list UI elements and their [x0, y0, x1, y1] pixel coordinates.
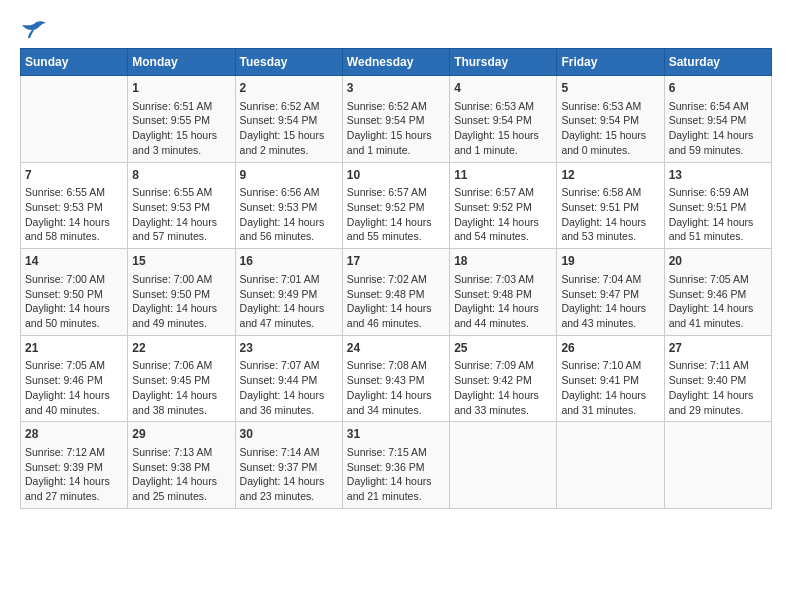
- day-number: 3: [347, 80, 445, 97]
- calendar-cell: [664, 422, 771, 509]
- day-info: Sunrise: 6:52 AMSunset: 9:54 PMDaylight:…: [347, 99, 445, 158]
- day-number: 28: [25, 426, 123, 443]
- day-info: Sunrise: 6:59 AMSunset: 9:51 PMDaylight:…: [669, 185, 767, 244]
- weekday-header-thursday: Thursday: [450, 49, 557, 76]
- day-number: 23: [240, 340, 338, 357]
- weekday-header-wednesday: Wednesday: [342, 49, 449, 76]
- day-info: Sunrise: 7:13 AMSunset: 9:38 PMDaylight:…: [132, 445, 230, 504]
- weekday-header-friday: Friday: [557, 49, 664, 76]
- day-info: Sunrise: 7:08 AMSunset: 9:43 PMDaylight:…: [347, 358, 445, 417]
- day-info: Sunrise: 7:04 AMSunset: 9:47 PMDaylight:…: [561, 272, 659, 331]
- day-info: Sunrise: 6:53 AMSunset: 9:54 PMDaylight:…: [454, 99, 552, 158]
- weekday-row: SundayMondayTuesdayWednesdayThursdayFrid…: [21, 49, 772, 76]
- day-info: Sunrise: 7:10 AMSunset: 9:41 PMDaylight:…: [561, 358, 659, 417]
- day-info: Sunrise: 7:06 AMSunset: 9:45 PMDaylight:…: [132, 358, 230, 417]
- day-info: Sunrise: 7:07 AMSunset: 9:44 PMDaylight:…: [240, 358, 338, 417]
- calendar-cell: 21Sunrise: 7:05 AMSunset: 9:46 PMDayligh…: [21, 335, 128, 422]
- day-number: 29: [132, 426, 230, 443]
- calendar-cell: 28Sunrise: 7:12 AMSunset: 9:39 PMDayligh…: [21, 422, 128, 509]
- calendar-cell: 27Sunrise: 7:11 AMSunset: 9:40 PMDayligh…: [664, 335, 771, 422]
- day-number: 24: [347, 340, 445, 357]
- calendar-cell: 7Sunrise: 6:55 AMSunset: 9:53 PMDaylight…: [21, 162, 128, 249]
- calendar-cell: 14Sunrise: 7:00 AMSunset: 9:50 PMDayligh…: [21, 249, 128, 336]
- day-info: Sunrise: 7:14 AMSunset: 9:37 PMDaylight:…: [240, 445, 338, 504]
- day-number: 5: [561, 80, 659, 97]
- day-number: 8: [132, 167, 230, 184]
- day-number: 27: [669, 340, 767, 357]
- calendar-cell: 8Sunrise: 6:55 AMSunset: 9:53 PMDaylight…: [128, 162, 235, 249]
- calendar-cell: 3Sunrise: 6:52 AMSunset: 9:54 PMDaylight…: [342, 76, 449, 163]
- calendar-cell: 23Sunrise: 7:07 AMSunset: 9:44 PMDayligh…: [235, 335, 342, 422]
- day-info: Sunrise: 6:52 AMSunset: 9:54 PMDaylight:…: [240, 99, 338, 158]
- day-number: 17: [347, 253, 445, 270]
- calendar-cell: 13Sunrise: 6:59 AMSunset: 9:51 PMDayligh…: [664, 162, 771, 249]
- calendar-cell: 2Sunrise: 6:52 AMSunset: 9:54 PMDaylight…: [235, 76, 342, 163]
- calendar-cell: 12Sunrise: 6:58 AMSunset: 9:51 PMDayligh…: [557, 162, 664, 249]
- day-number: 18: [454, 253, 552, 270]
- day-info: Sunrise: 7:02 AMSunset: 9:48 PMDaylight:…: [347, 272, 445, 331]
- calendar-cell: 30Sunrise: 7:14 AMSunset: 9:37 PMDayligh…: [235, 422, 342, 509]
- day-number: 21: [25, 340, 123, 357]
- day-number: 20: [669, 253, 767, 270]
- calendar-cell: 6Sunrise: 6:54 AMSunset: 9:54 PMDaylight…: [664, 76, 771, 163]
- calendar-cell: 11Sunrise: 6:57 AMSunset: 9:52 PMDayligh…: [450, 162, 557, 249]
- day-number: 4: [454, 80, 552, 97]
- calendar-cell: 10Sunrise: 6:57 AMSunset: 9:52 PMDayligh…: [342, 162, 449, 249]
- day-info: Sunrise: 7:09 AMSunset: 9:42 PMDaylight:…: [454, 358, 552, 417]
- weekday-header-tuesday: Tuesday: [235, 49, 342, 76]
- calendar-cell: 15Sunrise: 7:00 AMSunset: 9:50 PMDayligh…: [128, 249, 235, 336]
- calendar-cell: [21, 76, 128, 163]
- day-info: Sunrise: 6:58 AMSunset: 9:51 PMDaylight:…: [561, 185, 659, 244]
- calendar-cell: 9Sunrise: 6:56 AMSunset: 9:53 PMDaylight…: [235, 162, 342, 249]
- day-info: Sunrise: 7:15 AMSunset: 9:36 PMDaylight:…: [347, 445, 445, 504]
- day-number: 25: [454, 340, 552, 357]
- calendar-cell: 20Sunrise: 7:05 AMSunset: 9:46 PMDayligh…: [664, 249, 771, 336]
- calendar-cell: 16Sunrise: 7:01 AMSunset: 9:49 PMDayligh…: [235, 249, 342, 336]
- day-number: 11: [454, 167, 552, 184]
- calendar-cell: 17Sunrise: 7:02 AMSunset: 9:48 PMDayligh…: [342, 249, 449, 336]
- day-number: 22: [132, 340, 230, 357]
- day-number: 13: [669, 167, 767, 184]
- weekday-header-sunday: Sunday: [21, 49, 128, 76]
- day-number: 30: [240, 426, 338, 443]
- day-number: 1: [132, 80, 230, 97]
- weekday-header-saturday: Saturday: [664, 49, 771, 76]
- calendar-cell: 25Sunrise: 7:09 AMSunset: 9:42 PMDayligh…: [450, 335, 557, 422]
- calendar-cell: 5Sunrise: 6:53 AMSunset: 9:54 PMDaylight…: [557, 76, 664, 163]
- calendar-week-1: 1Sunrise: 6:51 AMSunset: 9:55 PMDaylight…: [21, 76, 772, 163]
- day-number: 16: [240, 253, 338, 270]
- day-number: 26: [561, 340, 659, 357]
- day-number: 31: [347, 426, 445, 443]
- calendar-cell: 24Sunrise: 7:08 AMSunset: 9:43 PMDayligh…: [342, 335, 449, 422]
- day-number: 15: [132, 253, 230, 270]
- calendar-cell: 26Sunrise: 7:10 AMSunset: 9:41 PMDayligh…: [557, 335, 664, 422]
- calendar-cell: 29Sunrise: 7:13 AMSunset: 9:38 PMDayligh…: [128, 422, 235, 509]
- day-number: 6: [669, 80, 767, 97]
- day-number: 19: [561, 253, 659, 270]
- day-info: Sunrise: 6:57 AMSunset: 9:52 PMDaylight:…: [454, 185, 552, 244]
- day-info: Sunrise: 7:01 AMSunset: 9:49 PMDaylight:…: [240, 272, 338, 331]
- day-number: 9: [240, 167, 338, 184]
- calendar-week-2: 7Sunrise: 6:55 AMSunset: 9:53 PMDaylight…: [21, 162, 772, 249]
- page-header: [20, 20, 772, 42]
- logo: [20, 20, 52, 42]
- day-number: 14: [25, 253, 123, 270]
- day-info: Sunrise: 7:03 AMSunset: 9:48 PMDaylight:…: [454, 272, 552, 331]
- calendar-week-3: 14Sunrise: 7:00 AMSunset: 9:50 PMDayligh…: [21, 249, 772, 336]
- day-info: Sunrise: 7:00 AMSunset: 9:50 PMDaylight:…: [25, 272, 123, 331]
- calendar-cell: 1Sunrise: 6:51 AMSunset: 9:55 PMDaylight…: [128, 76, 235, 163]
- day-info: Sunrise: 6:55 AMSunset: 9:53 PMDaylight:…: [25, 185, 123, 244]
- day-info: Sunrise: 7:12 AMSunset: 9:39 PMDaylight:…: [25, 445, 123, 504]
- day-number: 10: [347, 167, 445, 184]
- day-info: Sunrise: 6:54 AMSunset: 9:54 PMDaylight:…: [669, 99, 767, 158]
- calendar-cell: 4Sunrise: 6:53 AMSunset: 9:54 PMDaylight…: [450, 76, 557, 163]
- calendar-cell: 22Sunrise: 7:06 AMSunset: 9:45 PMDayligh…: [128, 335, 235, 422]
- calendar-cell: 19Sunrise: 7:04 AMSunset: 9:47 PMDayligh…: [557, 249, 664, 336]
- day-number: 2: [240, 80, 338, 97]
- day-info: Sunrise: 6:56 AMSunset: 9:53 PMDaylight:…: [240, 185, 338, 244]
- calendar-cell: [557, 422, 664, 509]
- calendar-header: SundayMondayTuesdayWednesdayThursdayFrid…: [21, 49, 772, 76]
- day-number: 7: [25, 167, 123, 184]
- logo-bird-icon: [20, 20, 48, 42]
- day-info: Sunrise: 7:00 AMSunset: 9:50 PMDaylight:…: [132, 272, 230, 331]
